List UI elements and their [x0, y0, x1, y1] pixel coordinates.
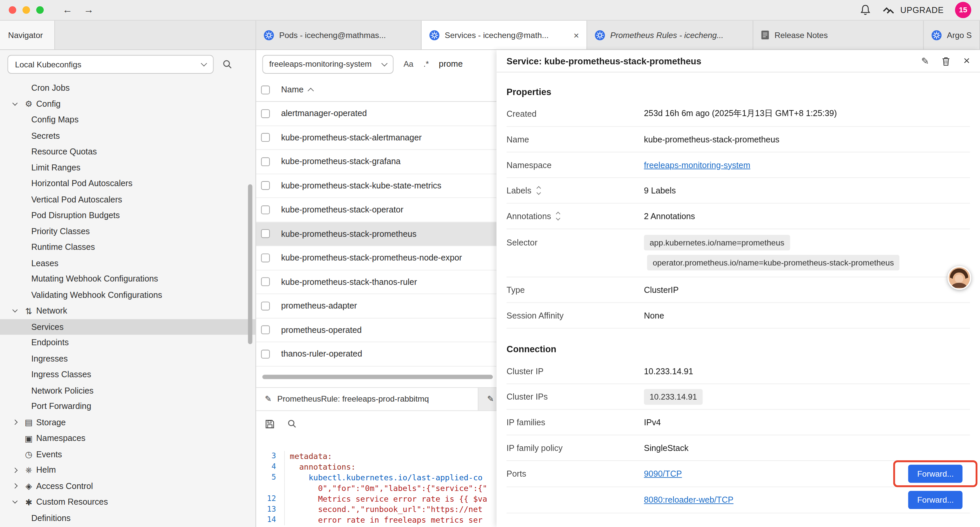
code-line: kubectl.kubernetes.io/last-applied-co — [285, 472, 483, 482]
table-row[interactable]: thanos-ruler-operated — [256, 342, 497, 366]
close-icon[interactable]: × — [963, 54, 970, 67]
regex-toggle[interactable]: .* — [423, 59, 429, 69]
property-row-name: Name kube-prometheus-stack-prometheus — [507, 127, 970, 153]
delete-icon[interactable] — [942, 56, 951, 66]
sidebar-item-namespaces[interactable]: ▣ Namespaces — [0, 430, 256, 446]
sidebar-item-network[interactable]: ⇅ Network — [0, 303, 256, 319]
search-icon[interactable] — [287, 419, 296, 428]
session-affinity-value: None — [644, 311, 664, 320]
sidebar-item-events[interactable]: ◷ Events — [0, 446, 256, 462]
row-checkbox[interactable] — [261, 326, 270, 334]
row-checkbox[interactable] — [261, 301, 270, 310]
table-row[interactable]: kube-prometheus-stack-kube-state-metrics — [256, 174, 497, 198]
forward-button[interactable]: Forward... — [908, 491, 963, 509]
dock-tab-next[interactable]: ✎ — [478, 388, 496, 410]
sidebar-item-secrets[interactable]: Secrets — [0, 128, 256, 144]
tab-release-notes[interactable]: Release Notes — [753, 21, 924, 49]
kubernetes-icon — [429, 30, 440, 40]
minimize-window-button[interactable] — [22, 6, 30, 14]
sidebar-item-ingresses[interactable]: Ingresses — [0, 350, 256, 366]
tab-services[interactable]: Services - icecheng@math... × — [422, 21, 587, 49]
table-row[interactable]: prometheus-adapter — [256, 294, 497, 318]
zoom-window-button[interactable] — [37, 6, 44, 14]
close-tab-icon[interactable]: × — [573, 30, 579, 40]
row-checkbox[interactable] — [261, 350, 270, 358]
row-checkbox[interactable] — [261, 181, 270, 190]
sidebar-item-storage[interactable]: ▤ Storage — [0, 414, 256, 430]
table-row[interactable]: alertmanager-operated — [256, 102, 497, 126]
port-link[interactable]: 9090/TCP — [644, 469, 682, 478]
tab-prometheus-rules[interactable]: Prometheus Rules - icecheng... — [587, 21, 753, 49]
sidebar-item-access-control[interactable]: ◈ Access Control — [0, 478, 256, 494]
namespace-link[interactable]: freeleaps-monitoring-system — [644, 160, 751, 169]
document-icon — [761, 30, 770, 40]
table-row[interactable]: kube-prometheus-stack-thanos-ruler — [256, 270, 497, 294]
table-row[interactable]: kube-prometheus-stack-prometheus-node-ex… — [256, 246, 497, 270]
sidebar-item-config[interactable]: ⚙ Config — [0, 96, 256, 112]
search-input[interactable]: prome — [439, 59, 463, 69]
sidebar-item-horizontal-pod-autoscalers[interactable]: Horizontal Pod Autoscalers — [0, 175, 256, 191]
row-checkbox[interactable] — [261, 109, 270, 118]
table-row[interactable]: kube-prometheus-stack-operator — [256, 198, 497, 222]
table-row-selected[interactable]: kube-prometheus-stack-prometheus — [256, 222, 497, 246]
titlebar: ← → UPGRADE 15 — [0, 0, 980, 21]
sidebar-item-cron-jobs[interactable]: Cron Jobs — [0, 80, 256, 96]
horizontal-scrollbar[interactable] — [262, 374, 493, 379]
upgrade-button[interactable]: UPGRADE — [882, 5, 944, 15]
sidebar-item-config-maps[interactable]: Config Maps — [0, 112, 256, 128]
sidebar-item-services[interactable]: Services — [0, 319, 256, 335]
property-row-created: Created 253d 16h 6m ago (2025年1月13日 GMT+… — [507, 101, 970, 127]
namespace-select[interactable]: freeleaps-monitoring-system — [262, 55, 393, 73]
sidebar-item-priority-classes[interactable]: Priority Classes — [0, 223, 256, 239]
tab-pods[interactable]: Pods - icecheng@mathmas... — [256, 21, 422, 49]
yaml-editor[interactable]: 3metadata: 4 annotations: 5 kubectl.kube… — [256, 437, 497, 527]
forward-button[interactable]: Forward... — [908, 465, 963, 482]
table-row[interactable]: prometheus-operated — [256, 318, 497, 342]
row-checkbox[interactable] — [261, 133, 270, 142]
sidebar-item-endpoints[interactable]: Endpoints — [0, 335, 256, 351]
sidebar-item-validating-webhook-configurations[interactable]: Validating Webhook Configurations — [0, 287, 256, 303]
table-row[interactable]: kube-prometheus-stack-alertmanager — [256, 126, 497, 150]
sidebar-item-custom-resources[interactable]: ✱ Custom Resources — [0, 494, 256, 510]
sidebar-item-pod-disruption-budgets[interactable]: Pod Disruption Budgets — [0, 207, 256, 223]
row-checkbox[interactable] — [261, 157, 270, 166]
table-row[interactable]: kube-prometheus-stack-grafana — [256, 150, 497, 174]
created-value: 253d 16h 6m ago (2025年1月13日 GMT+8 1:25:3… — [644, 108, 837, 119]
avatar[interactable] — [948, 266, 971, 290]
forward-button[interactable]: → — [81, 4, 96, 16]
tab-argo[interactable]: Argo S — [924, 21, 980, 49]
select-all-checkbox[interactable] — [261, 85, 270, 94]
dock-tab-prometheusrule[interactable]: ✎ PrometheusRule: freeleaps-prod-rabbitm… — [256, 388, 479, 410]
sidebar-item-limit-ranges[interactable]: Limit Ranges — [0, 159, 256, 175]
row-checkbox[interactable] — [261, 229, 270, 238]
sidebar-item-leases[interactable]: Leases — [0, 255, 256, 271]
sidebar-item-network-policies[interactable]: Network Policies — [0, 382, 256, 399]
match-case-toggle[interactable]: Aa — [404, 59, 414, 69]
sidebar-item-mutating-webhook-configurations[interactable]: Mutating Webhook Configurations — [0, 271, 256, 287]
tab-navigator[interactable]: Navigator — [0, 21, 55, 49]
sidebar-item-runtime-classes[interactable]: Runtime Classes — [0, 239, 256, 255]
sidebar-item-port-forwarding[interactable]: Port Forwarding — [0, 399, 256, 415]
sidebar-item-helm[interactable]: ⎈ Helm — [0, 462, 256, 478]
column-header-name[interactable]: Name — [281, 85, 313, 94]
chevron-down-icon — [9, 310, 21, 312]
close-window-button[interactable] — [9, 6, 16, 14]
notifications-bell-icon[interactable] — [860, 4, 871, 16]
port-link[interactable]: 8080:reloader-web/TCP — [644, 495, 733, 505]
unfold-icon[interactable] — [537, 187, 540, 194]
sidebar-item-definitions[interactable]: Definitions — [0, 510, 256, 526]
sidebar-item-ingress-classes[interactable]: Ingress Classes — [0, 366, 256, 382]
back-button[interactable]: ← — [60, 4, 75, 16]
unfold-icon[interactable] — [557, 212, 560, 220]
row-checkbox[interactable] — [261, 253, 270, 262]
edit-icon[interactable]: ✎ — [921, 56, 929, 67]
notification-count-badge[interactable]: 15 — [955, 2, 971, 18]
save-icon[interactable] — [265, 419, 275, 429]
sidebar-item-resource-quotas[interactable]: Resource Quotas — [0, 144, 256, 160]
row-checkbox[interactable] — [261, 205, 270, 214]
kubeconfig-select[interactable]: Local Kubeconfigs — [7, 55, 213, 74]
row-checkbox[interactable] — [261, 277, 270, 286]
search-icon[interactable] — [223, 59, 232, 69]
navigator-scrollbar[interactable] — [248, 184, 252, 344]
sidebar-item-vertical-pod-autoscalers[interactable]: Vertical Pod Autoscalers — [0, 191, 256, 207]
